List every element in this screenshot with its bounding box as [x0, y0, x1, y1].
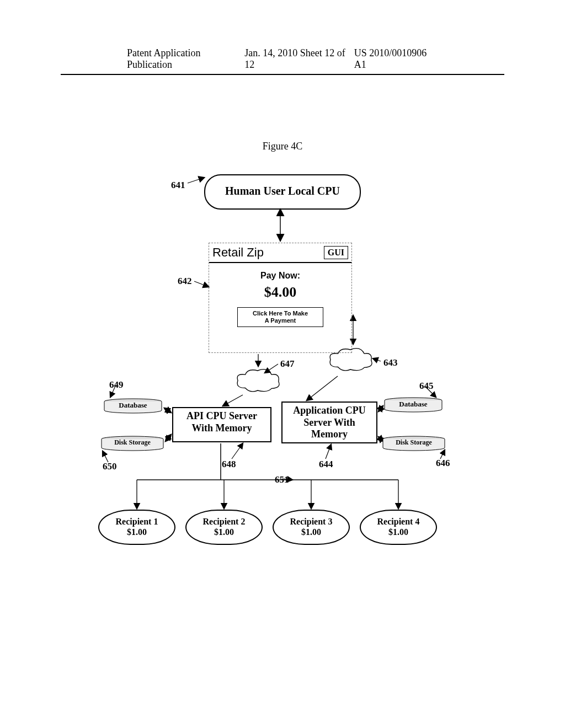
node-api-cpu-server: API CPU Server With Memory [172, 407, 271, 442]
recipient-node: Recipient 3 $1.00 [273, 510, 350, 545]
app-l3: Memory [311, 429, 348, 440]
ref-643: 643 [383, 357, 398, 368]
ref-644: 644 [319, 459, 333, 470]
figure-title: Figure 4C [0, 141, 565, 152]
recipient-amount: $1.00 [301, 527, 321, 537]
database-icon: Database [103, 398, 163, 414]
recipient-node: Recipient 2 $1.00 [185, 510, 263, 545]
database-icon: Database [383, 397, 444, 413]
ref-649: 649 [109, 379, 124, 390]
gui-tag: GUI [324, 246, 348, 259]
db-label: Database [119, 401, 147, 409]
svg-line-1 [188, 178, 204, 183]
pay-btn-line1: Click Here To Make [253, 310, 308, 317]
recipient-amount: $1.00 [214, 527, 234, 537]
header-right: US 2010/0010906 A1 [354, 47, 438, 71]
ref-646: 646 [436, 458, 450, 469]
disk-storage-icon: Disk Storage [99, 436, 166, 451]
disk-storage-icon: Disk Storage [381, 436, 447, 451]
node-human-user-local-cpu: Human User Local CPU [204, 174, 361, 210]
svg-line-6 [307, 376, 338, 400]
svg-line-8 [164, 408, 171, 413]
make-payment-button[interactable]: Click Here To Make A Payment [237, 307, 323, 327]
pay-amount: $4.00 [209, 284, 351, 301]
ref-651: 651 [275, 474, 289, 485]
ref-650: 650 [103, 461, 117, 472]
recipient-name: Recipient 3 [290, 517, 333, 526]
svg-line-16 [103, 451, 108, 462]
app-l2: Server With [303, 417, 355, 428]
recipient-name: Recipient 1 [116, 517, 158, 526]
node-gui-box: Retail Zip GUI Pay Now: $4.00 Click Here… [209, 243, 352, 353]
ref-645: 645 [419, 381, 434, 392]
api-l2: With Memory [191, 422, 252, 433]
recipient-name: Recipient 4 [377, 517, 420, 526]
disk-label: Disk Storage [396, 438, 432, 446]
gui-app-name: Retail Zip [209, 243, 324, 262]
ref-641: 641 [171, 180, 185, 191]
ref-648: 648 [222, 459, 236, 470]
ref-642: 642 [178, 276, 192, 287]
cloud-icon [233, 364, 282, 397]
gui-title-bar: Retail Zip GUI [209, 243, 351, 263]
node-application-cpu-server: Application CPU Server With Memory [281, 402, 377, 443]
recipient-node: Recipient 4 $1.00 [360, 510, 437, 545]
pay-now-label: Pay Now: [209, 271, 351, 281]
svg-line-10 [379, 406, 383, 411]
header-left: Patent Application Publication [127, 47, 244, 71]
db-label: Database [399, 400, 427, 408]
recipient-name: Recipient 2 [203, 517, 246, 526]
recipient-node: Recipient 1 $1.00 [98, 510, 175, 545]
api-l1: API CPU Server [186, 410, 257, 421]
svg-line-12 [326, 445, 331, 459]
header-mid: Jan. 14, 2010 Sheet 12 of 12 [244, 47, 354, 71]
cloud-icon [326, 343, 375, 376]
pay-btn-line2: A Payment [265, 317, 296, 324]
app-l1: Application CPU [293, 405, 366, 416]
recipient-amount: $1.00 [127, 527, 147, 537]
svg-line-9 [166, 435, 171, 441]
page-header: Patent Application Publication Jan. 14, … [61, 47, 504, 75]
svg-line-13 [232, 443, 243, 459]
disk-label: Disk Storage [114, 438, 151, 446]
patent-figure-page: Patent Application Publication Jan. 14, … [0, 0, 565, 728]
ref-647: 647 [280, 358, 295, 370]
recipient-amount: $1.00 [388, 527, 408, 537]
